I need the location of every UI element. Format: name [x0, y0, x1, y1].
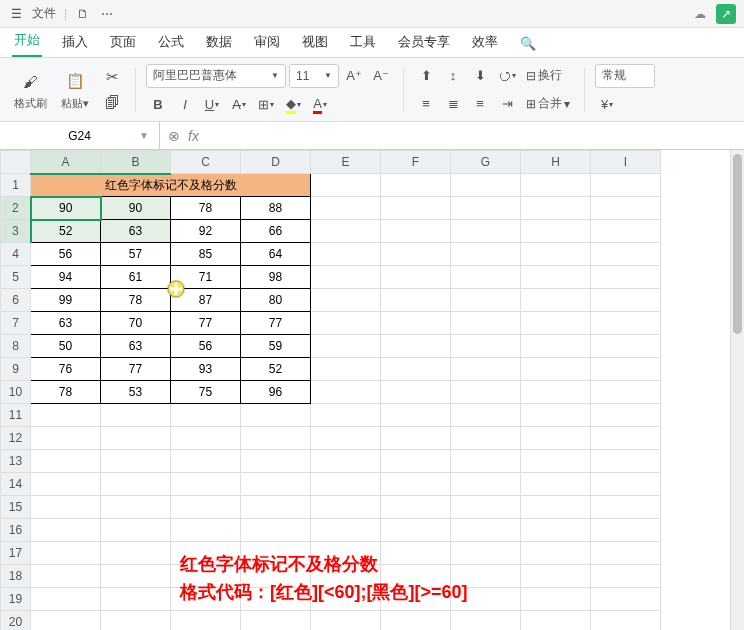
cell[interactable]	[451, 335, 521, 358]
row-header-3[interactable]: 3	[1, 220, 31, 243]
cell[interactable]	[241, 519, 311, 542]
cell[interactable]	[381, 266, 451, 289]
cell[interactable]	[591, 542, 661, 565]
cell-B6[interactable]: 78	[101, 289, 171, 312]
cell[interactable]	[241, 496, 311, 519]
cell[interactable]	[171, 611, 241, 631]
align-middle-icon[interactable]: ↕	[441, 65, 465, 87]
cell[interactable]	[31, 496, 101, 519]
row-header-18[interactable]: 18	[1, 565, 31, 588]
cell-C7[interactable]: 77	[171, 312, 241, 335]
underline-button[interactable]: U▾	[200, 94, 224, 116]
cell-C9[interactable]: 93	[171, 358, 241, 381]
cell[interactable]	[31, 450, 101, 473]
col-header-E[interactable]: E	[311, 151, 381, 174]
cell-B2[interactable]: 90	[101, 197, 171, 220]
search-icon[interactable]: 🔍	[518, 30, 538, 57]
cell-C10[interactable]: 75	[171, 381, 241, 404]
cell[interactable]	[591, 404, 661, 427]
cell-A2[interactable]: 90	[31, 197, 101, 220]
cell[interactable]	[311, 174, 381, 197]
cell[interactable]	[171, 427, 241, 450]
cell[interactable]	[311, 381, 381, 404]
merge-button[interactable]: ⊞合并▾	[522, 93, 574, 115]
file-menu[interactable]: 文件	[32, 5, 56, 22]
cell[interactable]	[381, 358, 451, 381]
cell[interactable]	[521, 243, 591, 266]
cell[interactable]	[311, 289, 381, 312]
align-center-icon[interactable]: ≣	[441, 93, 465, 115]
align-right-icon[interactable]: ≡	[468, 93, 492, 115]
tab-2[interactable]: 页面	[108, 27, 138, 57]
cell-D7[interactable]: 77	[241, 312, 311, 335]
cell[interactable]	[171, 496, 241, 519]
cell[interactable]	[381, 404, 451, 427]
orientation-icon[interactable]: ⭯▾	[495, 65, 519, 87]
cell-B10[interactable]: 53	[101, 381, 171, 404]
paste-icon[interactable]: 📋	[62, 68, 88, 94]
cell[interactable]	[311, 450, 381, 473]
tab-6[interactable]: 视图	[300, 27, 330, 57]
cell-B5[interactable]: 61	[101, 266, 171, 289]
font-name-select[interactable]: 阿里巴巴普惠体▼	[146, 64, 286, 88]
cell[interactable]	[591, 220, 661, 243]
cell[interactable]	[101, 611, 171, 631]
share-button[interactable]: ↗	[716, 4, 736, 24]
cell[interactable]	[591, 335, 661, 358]
save-icon[interactable]: 🗋	[75, 6, 91, 22]
copy-icon[interactable]: 🗐	[99, 93, 125, 113]
cell[interactable]	[521, 358, 591, 381]
cell-A9[interactable]: 76	[31, 358, 101, 381]
cell[interactable]	[171, 473, 241, 496]
cell[interactable]	[101, 427, 171, 450]
cell[interactable]	[101, 519, 171, 542]
cell[interactable]	[311, 404, 381, 427]
cell[interactable]	[451, 220, 521, 243]
cut-icon[interactable]: ✂	[99, 67, 125, 87]
cell[interactable]	[171, 450, 241, 473]
cell[interactable]	[381, 312, 451, 335]
currency-icon[interactable]: ¥▾	[595, 94, 619, 116]
cell[interactable]	[31, 519, 101, 542]
cell-B3[interactable]: 63	[101, 220, 171, 243]
cell[interactable]	[171, 519, 241, 542]
col-header-B[interactable]: B	[101, 151, 171, 174]
indent-icon[interactable]: ⇥	[495, 93, 519, 115]
cell[interactable]	[521, 427, 591, 450]
cell[interactable]	[381, 473, 451, 496]
cell-D5[interactable]: 98	[241, 266, 311, 289]
cell[interactable]	[521, 404, 591, 427]
cell[interactable]	[381, 335, 451, 358]
cell[interactable]	[591, 427, 661, 450]
cell[interactable]	[521, 565, 591, 588]
col-header-D[interactable]: D	[241, 151, 311, 174]
cell[interactable]	[591, 243, 661, 266]
cell[interactable]	[591, 358, 661, 381]
formula-input[interactable]	[207, 129, 736, 143]
cell[interactable]	[381, 427, 451, 450]
cell[interactable]	[521, 519, 591, 542]
scroll-thumb[interactable]	[733, 154, 742, 334]
tab-4[interactable]: 数据	[204, 27, 234, 57]
cell[interactable]	[241, 473, 311, 496]
cell[interactable]	[591, 174, 661, 197]
cell[interactable]	[451, 266, 521, 289]
more-icon[interactable]: ⋯	[99, 6, 115, 22]
cell[interactable]	[101, 496, 171, 519]
cell[interactable]	[591, 496, 661, 519]
cell-A3[interactable]: 52	[31, 220, 101, 243]
cell[interactable]	[101, 404, 171, 427]
tab-8[interactable]: 会员专享	[396, 27, 452, 57]
fill-color-button[interactable]: ◆▾	[281, 94, 305, 116]
row-header-8[interactable]: 8	[1, 335, 31, 358]
cell[interactable]	[381, 496, 451, 519]
cell[interactable]	[451, 381, 521, 404]
cell[interactable]	[311, 611, 381, 631]
cell[interactable]	[451, 358, 521, 381]
cell-D10[interactable]: 96	[241, 381, 311, 404]
cell[interactable]	[591, 519, 661, 542]
cell[interactable]	[311, 519, 381, 542]
cell[interactable]	[521, 450, 591, 473]
paste-group[interactable]: 📋 粘贴▾	[57, 68, 93, 111]
cell[interactable]	[311, 243, 381, 266]
